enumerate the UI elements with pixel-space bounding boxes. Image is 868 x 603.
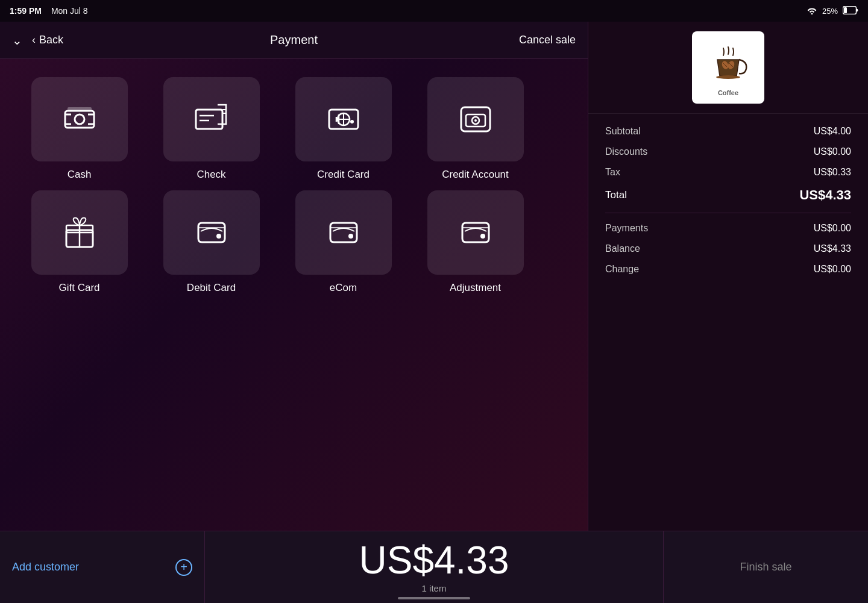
tax-label: Tax bbox=[605, 167, 620, 178]
finish-sale-label: Finish sale bbox=[740, 561, 791, 573]
subtotal-row: Subtotal US$4.00 bbox=[605, 126, 851, 137]
status-time: 1:59 PM bbox=[10, 6, 42, 16]
ecom-label: eCom bbox=[330, 282, 357, 294]
back-button[interactable]: ‹ Back bbox=[32, 34, 63, 46]
payments-value: US$0.00 bbox=[814, 223, 851, 234]
right-panel: Coffee Subtotal US$4.00 Discounts US$0.0… bbox=[588, 22, 868, 603]
subtotal-label: Subtotal bbox=[605, 126, 641, 137]
back-chevron-icon: ‹ bbox=[32, 34, 36, 46]
home-indicator bbox=[398, 597, 470, 599]
payments-row: Payments US$0.00 bbox=[605, 223, 851, 234]
adjustment-label: Adjustment bbox=[450, 282, 501, 294]
payment-grid: Cash Check bbox=[18, 77, 536, 294]
check-icon bbox=[192, 100, 231, 139]
payments-label: Payments bbox=[605, 223, 648, 234]
payment-method-adjustment[interactable]: Adjustment bbox=[414, 190, 536, 294]
credit-card-label: Credit Card bbox=[317, 169, 370, 181]
debit-card-label: Debit Card bbox=[187, 282, 236, 294]
balance-row: Balance US$4.33 bbox=[605, 243, 851, 254]
svg-point-3 bbox=[75, 114, 84, 124]
add-customer-icon: + bbox=[175, 559, 192, 576]
logo-box: Coffee bbox=[692, 31, 764, 104]
payment-method-check[interactable]: Check bbox=[150, 77, 272, 181]
battery-percentage: 25% bbox=[822, 7, 838, 16]
svg-rect-8 bbox=[68, 107, 92, 111]
order-summary: Subtotal US$4.00 Discounts US$0.00 Tax U… bbox=[588, 114, 868, 603]
debit-card-icon bbox=[192, 213, 231, 252]
finish-sale-area[interactable]: Finish sale bbox=[663, 531, 868, 604]
svg-point-30 bbox=[480, 234, 485, 239]
cash-icon-box bbox=[31, 77, 128, 161]
total-row: Total US$4.33 bbox=[605, 187, 851, 203]
payment-method-credit-account[interactable]: Credit Account bbox=[414, 77, 536, 181]
total-label: Total bbox=[605, 189, 627, 201]
credit-account-icon-box bbox=[427, 77, 524, 161]
svg-point-22 bbox=[474, 119, 477, 122]
header-left: ⌄ ‹ Back bbox=[12, 33, 63, 48]
gift-card-icon bbox=[60, 213, 99, 252]
status-date: Mon Jul 8 bbox=[51, 6, 88, 16]
wifi-icon bbox=[807, 6, 817, 16]
bottom-total-amount: US$4.33 bbox=[359, 541, 509, 580]
cash-label: Cash bbox=[68, 169, 92, 181]
add-customer-area[interactable]: Add customer + bbox=[0, 531, 205, 604]
cancel-sale-button[interactable]: Cancel sale bbox=[519, 34, 576, 46]
status-icons: 25% bbox=[807, 6, 858, 16]
header-title: Payment bbox=[270, 33, 318, 47]
discounts-label: Discounts bbox=[605, 146, 647, 157]
subtotal-value: US$4.00 bbox=[814, 126, 851, 137]
bottom-bar: Add customer + US$4.33 1 item Finish sal… bbox=[0, 531, 868, 603]
svg-point-37 bbox=[716, 75, 740, 79]
svg-rect-9 bbox=[196, 110, 222, 129]
logo-text: Coffee bbox=[718, 89, 738, 96]
change-label: Change bbox=[605, 264, 639, 275]
tax-row: Tax US$0.33 bbox=[605, 167, 851, 178]
check-icon-box bbox=[163, 77, 260, 161]
logo-area: Coffee bbox=[588, 22, 868, 114]
battery-icon bbox=[843, 6, 858, 16]
ecom-icon bbox=[324, 213, 363, 252]
bottom-total-area: US$4.33 1 item bbox=[205, 541, 663, 593]
svg-point-18 bbox=[350, 120, 354, 123]
back-label: Back bbox=[39, 34, 63, 46]
total-value: US$4.33 bbox=[799, 187, 851, 203]
svg-rect-1 bbox=[844, 7, 847, 13]
credit-card-icon bbox=[324, 100, 363, 139]
credit-card-icon-box bbox=[295, 77, 392, 161]
adjustment-icon-box bbox=[427, 190, 524, 275]
cash-icon bbox=[60, 100, 99, 139]
adjustment-icon bbox=[456, 213, 495, 252]
debit-card-icon-box bbox=[163, 190, 260, 275]
payment-method-cash[interactable]: Cash bbox=[18, 77, 140, 181]
gift-card-label: Gift Card bbox=[58, 282, 99, 294]
payment-method-credit-card[interactable]: Credit Card bbox=[282, 77, 404, 181]
payment-method-ecom[interactable]: eCom bbox=[282, 190, 404, 294]
header-bar: ⌄ ‹ Back Payment Cancel sale bbox=[0, 22, 588, 59]
main-content: Cash Check bbox=[0, 59, 588, 531]
discounts-value: US$0.00 bbox=[814, 146, 851, 157]
payment-method-gift-card[interactable]: Gift Card bbox=[18, 190, 140, 294]
credit-account-label: Credit Account bbox=[442, 169, 509, 181]
item-count: 1 item bbox=[422, 583, 447, 593]
ecom-icon-box bbox=[295, 190, 392, 275]
add-customer-label: Add customer bbox=[12, 561, 79, 573]
change-row: Change US$0.00 bbox=[605, 264, 851, 275]
credit-account-icon bbox=[456, 100, 495, 139]
check-label: Check bbox=[197, 169, 225, 181]
summary-divider bbox=[605, 213, 851, 213]
coffee-logo-icon bbox=[704, 39, 752, 87]
balance-value: US$4.33 bbox=[814, 243, 851, 254]
status-bar: 1:59 PM Mon Jul 8 25% bbox=[0, 0, 868, 22]
tax-value: US$0.33 bbox=[814, 167, 851, 178]
svg-point-26 bbox=[216, 234, 221, 239]
discounts-row: Discounts US$0.00 bbox=[605, 146, 851, 157]
chevron-down-icon[interactable]: ⌄ bbox=[12, 33, 22, 48]
balance-label: Balance bbox=[605, 243, 640, 254]
payment-method-debit-card[interactable]: Debit Card bbox=[150, 190, 272, 294]
change-value: US$0.00 bbox=[814, 264, 851, 275]
svg-point-28 bbox=[348, 234, 353, 239]
svg-rect-2 bbox=[65, 111, 94, 128]
gift-card-icon-box bbox=[31, 190, 128, 275]
